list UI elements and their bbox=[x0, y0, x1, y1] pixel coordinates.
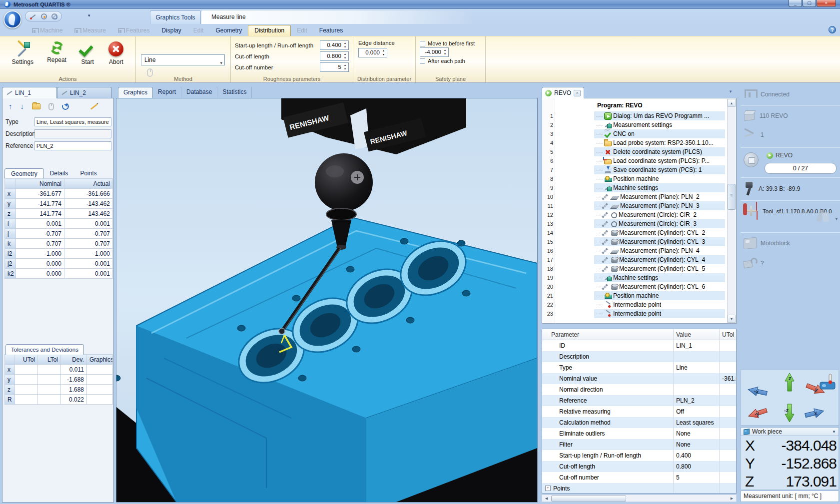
parameter-row[interactable]: Start-up length / Run-off length0.400 bbox=[542, 450, 736, 461]
table-row[interactable]: k20.0000.001 bbox=[5, 269, 113, 279]
description-field[interactable] bbox=[34, 129, 111, 138]
subtab-geometry[interactable]: Geometry bbox=[4, 168, 44, 179]
parameter-row[interactable]: Cut-off length0.800 bbox=[542, 461, 736, 472]
ribbon-tab-display[interactable]: Display bbox=[155, 25, 187, 36]
tab-statistics[interactable]: Statistics bbox=[217, 87, 252, 98]
tree-item[interactable]: 22Intermediate point bbox=[542, 300, 736, 309]
move-before-first-checkbox[interactable] bbox=[420, 41, 425, 46]
parameter-row[interactable]: FilterNone bbox=[542, 439, 736, 450]
open-icon[interactable] bbox=[32, 103, 40, 109]
parameter-row[interactable]: TypeLine bbox=[542, 362, 736, 373]
feature-tab-lin_1[interactable]: LIN_1 bbox=[2, 87, 57, 98]
ribbon-tab-geometry[interactable]: Geometry bbox=[209, 25, 248, 36]
roughness-spinner-2[interactable]: 5▴▾ bbox=[320, 62, 349, 72]
minimize-button[interactable]: _ bbox=[789, 0, 802, 7]
tree-item[interactable]: 6Load coordinate system (PLCS): P... bbox=[542, 156, 736, 165]
tree-item[interactable]: 8Position machine bbox=[542, 174, 736, 183]
parameter-row[interactable]: Description bbox=[542, 351, 736, 362]
tree-item[interactable]: 3CNC on bbox=[542, 129, 736, 138]
repeat-button[interactable]: Repeat bbox=[47, 39, 66, 74]
table-row[interactable]: j20.000-0.001 bbox=[5, 259, 113, 269]
tree-item[interactable]: 1Dialog: Um das REVO Programm ... bbox=[542, 111, 736, 120]
tab-graphics[interactable]: Graphics bbox=[118, 87, 153, 98]
tree-item[interactable]: 17Measurement (Cylinder): CYL_4 bbox=[542, 255, 736, 264]
edge-distance-spinner[interactable]: 0.000 ▴▾ bbox=[358, 48, 387, 57]
parameter-row[interactable]: IDLIN_1 bbox=[542, 340, 736, 351]
table-row[interactable]: y-141.774-143.462 bbox=[5, 199, 113, 209]
table-row[interactable]: z141.774143.462 bbox=[5, 209, 113, 219]
application-menu-button[interactable] bbox=[3, 10, 21, 28]
parameter-row[interactable]: Nominal value-361.6 bbox=[542, 373, 736, 384]
tree-item[interactable]: 15Measurement (Cylinder): CYL_3 bbox=[542, 237, 736, 246]
close-icon[interactable]: × bbox=[574, 90, 581, 96]
workpiece-selector[interactable]: Work piece ▼ bbox=[741, 427, 839, 436]
roughness-spinner-0[interactable]: 0.400▴▾ bbox=[320, 40, 349, 50]
move-up-icon[interactable]: ↑ bbox=[8, 102, 12, 111]
roughness-spinner-1[interactable]: 0.800▴▾ bbox=[320, 51, 349, 61]
spinner-steppers-icon[interactable]: ▴▾ bbox=[342, 63, 348, 71]
probe-quick-icon[interactable] bbox=[29, 13, 36, 20]
method-dropdown[interactable]: Line ▾ bbox=[141, 54, 225, 65]
tree-item[interactable]: 16Measurement (Plane): PLN_4 bbox=[542, 246, 736, 255]
tree-item[interactable]: 2Measurement settings bbox=[542, 120, 736, 129]
tab-database[interactable]: Database bbox=[181, 87, 217, 98]
tree-item[interactable]: 19Machine settings bbox=[542, 273, 736, 282]
graphics-viewport-3d[interactable]: RENISHAW RENISHAW bbox=[116, 98, 538, 503]
edit-icon[interactable] bbox=[90, 103, 97, 109]
settings-button[interactable]: Settings bbox=[12, 39, 33, 74]
parameter-row[interactable]: Eliminate outliersNone bbox=[542, 428, 736, 439]
tree-item[interactable]: 11Measurement (Plane): PLN_3 bbox=[542, 201, 736, 210]
tree-item[interactable]: 9Machine settings bbox=[542, 183, 736, 192]
tab-report[interactable]: Report bbox=[153, 87, 181, 98]
context-tab-measure-line[interactable]: Measure line bbox=[201, 10, 474, 24]
parameter-row[interactable]: +Points bbox=[542, 483, 736, 494]
scrollbar-thumb[interactable] bbox=[728, 184, 736, 210]
ribbon-tab-distribution[interactable]: Distribution bbox=[248, 25, 291, 36]
target-quick-icon[interactable] bbox=[41, 13, 47, 19]
tree-item[interactable]: 18Measurement (Cylinder): CYL_5 bbox=[542, 264, 736, 273]
ribbon-tab-features[interactable]: Features bbox=[313, 25, 349, 36]
spinner-steppers-icon[interactable]: ▴▾ bbox=[381, 48, 386, 57]
table-row[interactable]: R0.022 bbox=[5, 395, 113, 405]
tree-item[interactable]: 21Position machine bbox=[542, 291, 736, 300]
axis-orientation-indicator[interactable]: z -z -x y -y bbox=[741, 370, 839, 426]
mouse-icon[interactable] bbox=[48, 103, 54, 110]
tree-vertical-scrollbar[interactable]: ▲ ▼ bbox=[727, 99, 736, 323]
spinner-steppers-icon[interactable]: ▴▾ bbox=[342, 52, 348, 60]
tolerances-tab[interactable]: Tolerances and Deviations bbox=[5, 344, 84, 355]
scroll-right-icon[interactable]: ▶ bbox=[728, 496, 736, 502]
zoom-quick-icon[interactable] bbox=[51, 13, 57, 19]
table-row[interactable]: i2-1.000-1.000 bbox=[5, 249, 113, 259]
scroll-up-icon[interactable]: ▲ bbox=[728, 99, 736, 107]
abort-button[interactable]: Abort bbox=[108, 39, 123, 74]
table-row[interactable]: j-0.707-0.707 bbox=[5, 229, 113, 239]
tree-item[interactable]: 5Delete coordinate system (PLCS) bbox=[542, 147, 736, 156]
tree-item[interactable]: 7Save coordinate system (PCS): 1 bbox=[542, 165, 736, 174]
tool-dropdown-icon[interactable]: ▼ bbox=[835, 217, 839, 221]
feature-tab-lin_2[interactable]: LIN_2 bbox=[57, 87, 112, 98]
horizontal-scrollbar[interactable]: ◀ ▶ bbox=[542, 495, 737, 502]
type-field[interactable]: Line, Least squares, measure bbox=[34, 117, 111, 126]
stop-icon[interactable] bbox=[744, 152, 759, 167]
tree-item[interactable]: 14Measurement (Cylinder): CYL_2 bbox=[542, 228, 736, 237]
tree-item[interactable]: 13Measurement (Circle): CIR_3 bbox=[542, 219, 736, 228]
expand-icon[interactable]: + bbox=[545, 486, 551, 491]
parameter-row[interactable]: Calculation methodLeast squares bbox=[542, 417, 736, 428]
scroll-left-icon[interactable]: ◀ bbox=[543, 496, 550, 502]
parameter-row[interactable]: Cut-off number5 bbox=[542, 472, 736, 483]
tree-item[interactable]: 23Intermediate point bbox=[542, 309, 736, 318]
tree-item[interactable]: 10Measurement (Plane): PLN_2 bbox=[542, 192, 736, 201]
move-down-icon[interactable]: ↓ bbox=[20, 102, 24, 111]
table-row[interactable]: z1.688 bbox=[5, 385, 113, 395]
scroll-down-icon[interactable]: ▼ bbox=[728, 315, 736, 323]
subtab-points[interactable]: Points bbox=[74, 168, 102, 179]
quick-access-dropdown-icon[interactable]: ▾ bbox=[88, 13, 90, 18]
table-row[interactable]: y-1.688 bbox=[5, 375, 113, 385]
program-tab-revo[interactable]: REVO × bbox=[542, 87, 584, 98]
tree-item[interactable]: 12Measurement (Circle): CIR_2 bbox=[542, 210, 736, 219]
table-row[interactable]: k0.7070.707 bbox=[5, 239, 113, 249]
start-button[interactable]: Start bbox=[80, 39, 95, 74]
help-icon[interactable]: ? bbox=[829, 26, 836, 33]
context-tab-graphics-tools[interactable]: Graphics Tools bbox=[150, 10, 201, 24]
table-row[interactable]: x-361.677-361.666 bbox=[5, 189, 113, 199]
